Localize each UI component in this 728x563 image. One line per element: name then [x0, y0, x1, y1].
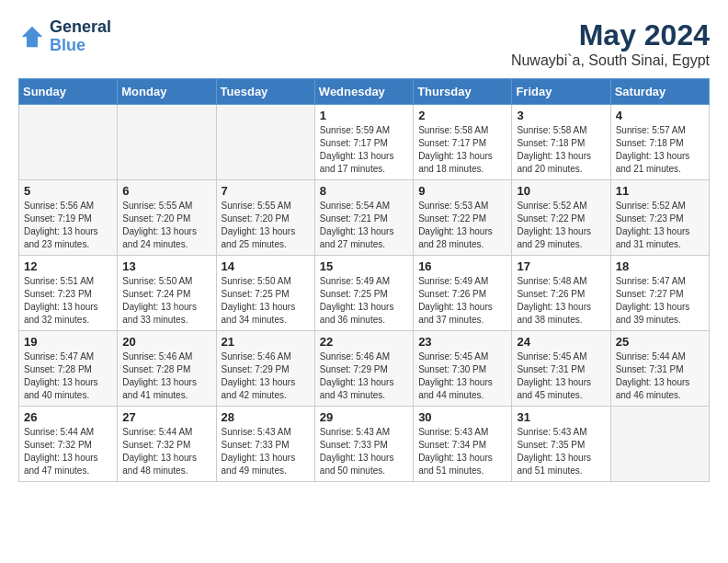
weekday-header-thursday: Thursday — [414, 79, 512, 105]
day-number: 15 — [320, 259, 408, 273]
day-info: Sunrise: 5:55 AMSunset: 7:20 PMDaylight:… — [222, 200, 310, 251]
weekday-header-friday: Friday — [512, 79, 610, 105]
day-number: 11 — [616, 184, 704, 198]
calendar-week-row: 19Sunrise: 5:47 AMSunset: 7:28 PMDayligh… — [19, 331, 710, 407]
day-info: Sunrise: 5:44 AMSunset: 7:32 PMDaylight:… — [122, 426, 210, 477]
day-info: Sunrise: 5:59 AMSunset: 7:17 PMDaylight:… — [320, 124, 408, 176]
day-number: 2 — [418, 109, 506, 122]
day-info: Sunrise: 5:51 AMSunset: 7:23 PMDaylight:… — [24, 275, 112, 327]
day-number: 9 — [418, 184, 506, 198]
calendar-cell — [118, 105, 216, 180]
calendar-cell: 27Sunrise: 5:44 AMSunset: 7:32 PMDayligh… — [118, 407, 216, 482]
day-info: Sunrise: 5:52 AMSunset: 7:23 PMDaylight:… — [616, 200, 704, 251]
calendar-cell: 22Sunrise: 5:46 AMSunset: 7:29 PMDayligh… — [314, 331, 413, 407]
day-number: 25 — [616, 335, 704, 349]
weekday-header-saturday: Saturday — [610, 79, 709, 105]
day-info: Sunrise: 5:58 AMSunset: 7:18 PMDaylight:… — [517, 124, 605, 176]
day-number: 14 — [222, 259, 310, 273]
day-info: Sunrise: 5:43 AMSunset: 7:33 PMDaylight:… — [222, 426, 310, 477]
calendar-cell: 25Sunrise: 5:44 AMSunset: 7:31 PMDayligh… — [610, 331, 709, 407]
day-number: 18 — [616, 259, 704, 273]
calendar-header-row: SundayMondayTuesdayWednesdayThursdayFrid… — [19, 79, 710, 105]
day-info: Sunrise: 5:46 AMSunset: 7:29 PMDaylight:… — [320, 350, 408, 402]
weekday-header-monday: Monday — [118, 79, 216, 105]
day-info: Sunrise: 5:44 AMSunset: 7:32 PMDaylight:… — [24, 426, 112, 477]
calendar-cell: 31Sunrise: 5:43 AMSunset: 7:35 PMDayligh… — [512, 407, 610, 482]
weekday-header-wednesday: Wednesday — [314, 79, 413, 105]
day-number: 12 — [24, 259, 112, 273]
calendar-cell: 6Sunrise: 5:55 AMSunset: 7:20 PMDaylight… — [118, 180, 216, 256]
calendar-week-row: 26Sunrise: 5:44 AMSunset: 7:32 PMDayligh… — [19, 407, 710, 482]
day-number: 7 — [222, 184, 310, 198]
calendar-cell: 9Sunrise: 5:53 AMSunset: 7:22 PMDaylight… — [414, 180, 512, 256]
day-info: Sunrise: 5:47 AMSunset: 7:28 PMDaylight:… — [24, 350, 112, 402]
day-number: 21 — [222, 335, 310, 349]
calendar-week-row: 5Sunrise: 5:56 AMSunset: 7:19 PMDaylight… — [19, 180, 710, 256]
calendar-cell — [610, 407, 709, 482]
day-number: 1 — [320, 109, 408, 122]
day-info: Sunrise: 5:46 AMSunset: 7:28 PMDaylight:… — [122, 350, 210, 402]
calendar-cell: 20Sunrise: 5:46 AMSunset: 7:28 PMDayligh… — [118, 331, 216, 407]
day-number: 30 — [418, 410, 506, 424]
calendar-cell: 5Sunrise: 5:56 AMSunset: 7:19 PMDaylight… — [19, 180, 118, 256]
day-number: 24 — [517, 335, 605, 349]
calendar-cell: 10Sunrise: 5:52 AMSunset: 7:22 PMDayligh… — [512, 180, 610, 256]
calendar-cell: 15Sunrise: 5:49 AMSunset: 7:25 PMDayligh… — [314, 256, 413, 331]
day-number: 5 — [24, 184, 112, 198]
logo: General Blue — [18, 18, 111, 55]
day-info: Sunrise: 5:58 AMSunset: 7:17 PMDaylight:… — [418, 124, 506, 176]
logo-text: General Blue — [50, 18, 111, 55]
day-number: 31 — [517, 410, 605, 424]
day-info: Sunrise: 5:50 AMSunset: 7:24 PMDaylight:… — [122, 275, 210, 327]
title-block: May 2024 Nuwaybi`a, South Sinai, Egypt — [511, 18, 710, 69]
calendar-cell: 23Sunrise: 5:45 AMSunset: 7:30 PMDayligh… — [414, 331, 512, 407]
day-number: 16 — [418, 259, 506, 273]
day-info: Sunrise: 5:50 AMSunset: 7:25 PMDaylight:… — [222, 275, 310, 327]
day-number: 6 — [122, 184, 210, 198]
calendar-cell: 13Sunrise: 5:50 AMSunset: 7:24 PMDayligh… — [118, 256, 216, 331]
day-info: Sunrise: 5:52 AMSunset: 7:22 PMDaylight:… — [517, 200, 605, 251]
day-info: Sunrise: 5:54 AMSunset: 7:21 PMDaylight:… — [320, 200, 408, 251]
calendar-cell: 30Sunrise: 5:43 AMSunset: 7:34 PMDayligh… — [414, 407, 512, 482]
calendar-cell: 12Sunrise: 5:51 AMSunset: 7:23 PMDayligh… — [19, 256, 118, 331]
day-number: 19 — [24, 335, 112, 349]
calendar-cell: 7Sunrise: 5:55 AMSunset: 7:20 PMDaylight… — [216, 180, 314, 256]
day-info: Sunrise: 5:55 AMSunset: 7:20 PMDaylight:… — [122, 200, 210, 251]
day-number: 27 — [122, 410, 210, 424]
svg-marker-0 — [22, 27, 43, 48]
calendar-cell: 8Sunrise: 5:54 AMSunset: 7:21 PMDaylight… — [314, 180, 413, 256]
weekday-header-sunday: Sunday — [19, 79, 118, 105]
day-number: 17 — [517, 259, 605, 273]
day-number: 10 — [517, 184, 605, 198]
day-info: Sunrise: 5:43 AMSunset: 7:33 PMDaylight:… — [320, 426, 408, 477]
calendar-cell: 11Sunrise: 5:52 AMSunset: 7:23 PMDayligh… — [610, 180, 709, 256]
calendar-cell — [216, 105, 314, 180]
day-info: Sunrise: 5:43 AMSunset: 7:35 PMDaylight:… — [517, 426, 605, 477]
day-info: Sunrise: 5:43 AMSunset: 7:34 PMDaylight:… — [418, 426, 506, 477]
calendar-cell: 4Sunrise: 5:57 AMSunset: 7:18 PMDaylight… — [610, 105, 709, 180]
day-number: 26 — [24, 410, 112, 424]
day-info: Sunrise: 5:44 AMSunset: 7:31 PMDaylight:… — [616, 350, 704, 402]
weekday-header-tuesday: Tuesday — [216, 79, 314, 105]
day-number: 4 — [616, 109, 704, 122]
calendar-cell: 16Sunrise: 5:49 AMSunset: 7:26 PMDayligh… — [414, 256, 512, 331]
day-info: Sunrise: 5:46 AMSunset: 7:29 PMDaylight:… — [222, 350, 310, 402]
logo-icon — [18, 23, 46, 51]
month-title: May 2024 — [511, 18, 710, 52]
day-number: 29 — [320, 410, 408, 424]
day-info: Sunrise: 5:57 AMSunset: 7:18 PMDaylight:… — [616, 124, 704, 176]
day-number: 13 — [122, 259, 210, 273]
day-number: 20 — [122, 335, 210, 349]
calendar-cell: 2Sunrise: 5:58 AMSunset: 7:17 PMDaylight… — [414, 105, 512, 180]
day-info: Sunrise: 5:56 AMSunset: 7:19 PMDaylight:… — [24, 200, 112, 251]
calendar-body: 1Sunrise: 5:59 AMSunset: 7:17 PMDaylight… — [19, 105, 710, 482]
calendar-cell: 19Sunrise: 5:47 AMSunset: 7:28 PMDayligh… — [19, 331, 118, 407]
calendar-cell: 18Sunrise: 5:47 AMSunset: 7:27 PMDayligh… — [610, 256, 709, 331]
day-number: 3 — [517, 109, 605, 122]
location-title: Nuwaybi`a, South Sinai, Egypt — [511, 52, 710, 69]
day-info: Sunrise: 5:48 AMSunset: 7:26 PMDaylight:… — [517, 275, 605, 327]
calendar-cell: 3Sunrise: 5:58 AMSunset: 7:18 PMDaylight… — [512, 105, 610, 180]
day-info: Sunrise: 5:47 AMSunset: 7:27 PMDaylight:… — [616, 275, 704, 327]
day-number: 28 — [222, 410, 310, 424]
day-number: 22 — [320, 335, 408, 349]
